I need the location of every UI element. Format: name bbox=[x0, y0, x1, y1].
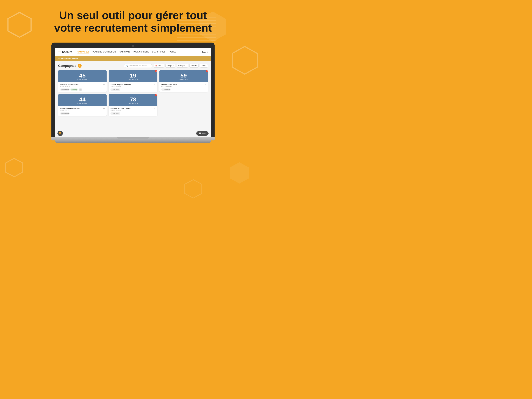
campaign-card-4[interactable]: 44 CANDIDATS Site Manager Electricité H/… bbox=[58, 94, 107, 116]
menu-line-1 bbox=[59, 132, 61, 133]
gear-icon-4[interactable]: ⚙ bbox=[103, 108, 105, 109]
headline-line2: votre recrutement simplement bbox=[54, 22, 212, 34]
card-body-3: Customer care coach ⚙ Créé le 13/12/19 ↗… bbox=[159, 82, 208, 92]
card-header-3: 4 59 CANDIDATS bbox=[159, 70, 208, 82]
toolbar-row: Campagnes + 🔍 Chercher par titre ou lieu… bbox=[58, 64, 208, 68]
card-label-4: CANDIDATS bbox=[60, 103, 104, 104]
filter-defaut-button[interactable]: Défaut ▾ bbox=[189, 64, 199, 68]
chevron-down-icon-tous: ▾ bbox=[206, 65, 206, 66]
nav-link-stats[interactable]: STATISTIQUES bbox=[152, 50, 165, 54]
svg-marker-3 bbox=[232, 46, 257, 74]
arrow-icon-4: ↗ bbox=[61, 113, 62, 114]
card-label-5: CANDIDATS bbox=[111, 103, 155, 104]
chat-label: Chat bbox=[202, 133, 206, 134]
card-body-4: Site Manager Electricité H/... ⚙ Créé le… bbox=[58, 106, 107, 116]
card-title-1: Marketing Assistant H/F/X bbox=[60, 84, 80, 85]
gear-icon-5[interactable]: ⚙ bbox=[154, 108, 156, 109]
logo-text: beehire bbox=[62, 51, 72, 54]
card-label-2: CANDIDATS bbox=[111, 79, 155, 80]
svg-marker-1 bbox=[6, 158, 23, 177]
chat-button[interactable]: 💬 Chat bbox=[196, 131, 209, 136]
search-icon: 🔍 bbox=[126, 65, 128, 67]
gear-icon-3[interactable]: ⚙ bbox=[204, 83, 206, 85]
nav-link-carriere[interactable]: PAGE CARRIÈRE bbox=[133, 50, 149, 54]
gear-icon-1[interactable]: ⚙ bbox=[103, 83, 105, 85]
filter-tous-label: Tous bbox=[202, 65, 205, 67]
nav-user[interactable]: Joey ▾ bbox=[202, 51, 208, 53]
gear-icon-2[interactable]: ⚙ bbox=[154, 83, 156, 85]
card-date-5: Créé le 11/12/19 bbox=[110, 110, 155, 112]
card-count-3: 59 bbox=[162, 73, 206, 78]
filters-row: 🔍 Chercher par titre ou lieu 📅 Date ▾ La bbox=[124, 64, 208, 68]
campaigns-grid: 45 CANDIDATS Marketing Assistant H/F/X ⚙… bbox=[58, 70, 208, 116]
card-count-5: 78 bbox=[111, 97, 155, 102]
arrow-icon-3: ↗ bbox=[162, 89, 163, 90]
card-date-4: Créé le 13/12/19 bbox=[60, 110, 105, 112]
campaign-card-3[interactable]: 4 59 CANDIDATS Customer care coach ⚙ bbox=[159, 70, 208, 92]
card-title-2: Service Engineer Industrial.... bbox=[110, 84, 133, 85]
card-date-1: Créé le 08/02/21 bbox=[60, 86, 105, 88]
chevron-down-icon-categorie: ▾ bbox=[186, 65, 186, 66]
campaign-card-1[interactable]: 45 CANDIDATS Marketing Assistant H/F/X ⚙… bbox=[58, 70, 107, 92]
breadcrumb-text: TABLEAU DE BORD bbox=[58, 58, 78, 60]
arrow-icon-1: ↗ bbox=[61, 89, 62, 90]
filter-defaut-label: Défaut bbox=[191, 65, 196, 67]
arrow-icon-2: ↗ bbox=[112, 89, 113, 90]
card-tags-2: ↗ Non diffusé bbox=[110, 89, 155, 91]
tag-status-1: ↗ Non diffusé bbox=[60, 89, 70, 91]
laptop-foot bbox=[55, 140, 211, 143]
card-tags-5: ↗ Non diffusé bbox=[110, 112, 155, 114]
card-count-4: 44 bbox=[60, 97, 104, 102]
app-main: Campagnes + 🔍 Chercher par titre ou lieu… bbox=[55, 61, 211, 137]
nav-logo: beehire bbox=[58, 51, 72, 54]
card-header-5: 3 78 CANDIDATS bbox=[109, 94, 157, 106]
card-label-1: CANDIDATS bbox=[60, 79, 104, 80]
campaign-card-5[interactable]: 3 78 CANDIDATS Electrien Montage - Antwe… bbox=[109, 94, 157, 116]
laptop-screen: beehire CAMPAGNES PLANNING D'ENTRETIENS … bbox=[55, 48, 211, 137]
card-tags-4: ↗ Non diffusé bbox=[60, 112, 105, 114]
filter-date-button[interactable]: 📅 Date ▾ bbox=[154, 64, 164, 68]
filter-langue-button[interactable]: Langue ▾ bbox=[165, 64, 175, 68]
nav-link-candidats[interactable]: CANDIDATS bbox=[120, 50, 130, 54]
filter-tous-button[interactable]: Tous ▾ bbox=[200, 64, 208, 68]
card-tags-1: ↗ Non diffusé marketing +1 bbox=[60, 89, 105, 91]
chat-bubble-icon: 💬 bbox=[199, 132, 201, 135]
laptop-camera bbox=[132, 45, 134, 47]
logo-line-1 bbox=[58, 51, 61, 51]
search-placeholder: Chercher par titre ou lieu bbox=[129, 65, 146, 67]
nav-link-taches[interactable]: TÂCHES bbox=[168, 50, 176, 54]
campaigns-title-row: Campagnes + bbox=[58, 64, 82, 68]
logo-icon bbox=[58, 51, 61, 53]
add-campaign-button[interactable]: + bbox=[78, 64, 82, 68]
calendar-icon: 📅 bbox=[155, 65, 157, 67]
chevron-down-icon-langue: ▾ bbox=[173, 65, 174, 66]
card-body-5: Electrien Montage - Antwe... ⚙ Créé le 1… bbox=[109, 106, 157, 116]
logo-line-2 bbox=[58, 52, 60, 52]
bottom-menu-button[interactable] bbox=[57, 131, 63, 136]
headline: Un seul outil pour gérer tout votre recr… bbox=[0, 9, 266, 34]
arrow-icon-5: ↗ bbox=[112, 113, 113, 114]
card-body-2: Service Engineer Industrial.... ⚙ Créé l… bbox=[109, 82, 157, 92]
laptop-bezel: beehire CAMPAGNES PLANNING D'ENTRETIENS … bbox=[51, 43, 215, 137]
search-box[interactable]: 🔍 Chercher par titre ou lieu bbox=[124, 64, 152, 68]
headline-line1: Un seul outil pour gérer tout bbox=[59, 9, 207, 21]
tag-status-4: ↗ Non diffusé bbox=[60, 112, 70, 114]
app-ui: beehire CAMPAGNES PLANNING D'ENTRETIENS … bbox=[55, 48, 211, 137]
card-header-2: 1 19 CANDIDATS bbox=[109, 70, 157, 82]
nav-links: CAMPAGNES PLANNING D'ENTRETIENS CANDIDAT… bbox=[77, 50, 202, 54]
card-header-1: 45 CANDIDATS bbox=[58, 70, 107, 82]
laptop-mockup: beehire CAMPAGNES PLANNING D'ENTRETIENS … bbox=[51, 43, 215, 143]
notification-badge-3: 4 bbox=[206, 70, 208, 72]
app-nav: beehire CAMPAGNES PLANNING D'ENTRETIENS … bbox=[55, 48, 211, 56]
tag-status-3: ↗ Non diffusé bbox=[161, 89, 171, 91]
card-title-5: Electrien Montage - Antwe... bbox=[110, 108, 132, 109]
app-bottom-bar: 💬 Chat bbox=[55, 130, 211, 137]
menu-line-3 bbox=[59, 134, 61, 134]
notification-badge-5: 3 bbox=[155, 94, 157, 96]
filter-categorie-button[interactable]: Catégorie ▾ bbox=[177, 64, 188, 68]
nav-link-campagnes[interactable]: CAMPAGNES bbox=[77, 50, 89, 54]
campaign-card-2[interactable]: 1 19 CANDIDATS Service Engineer Industri… bbox=[109, 70, 157, 92]
breadcrumb-bar: TABLEAU DE BORD bbox=[55, 56, 211, 61]
nav-link-planning[interactable]: PLANNING D'ENTRETIENS bbox=[93, 50, 116, 54]
chevron-down-icon: ▾ bbox=[162, 65, 162, 66]
